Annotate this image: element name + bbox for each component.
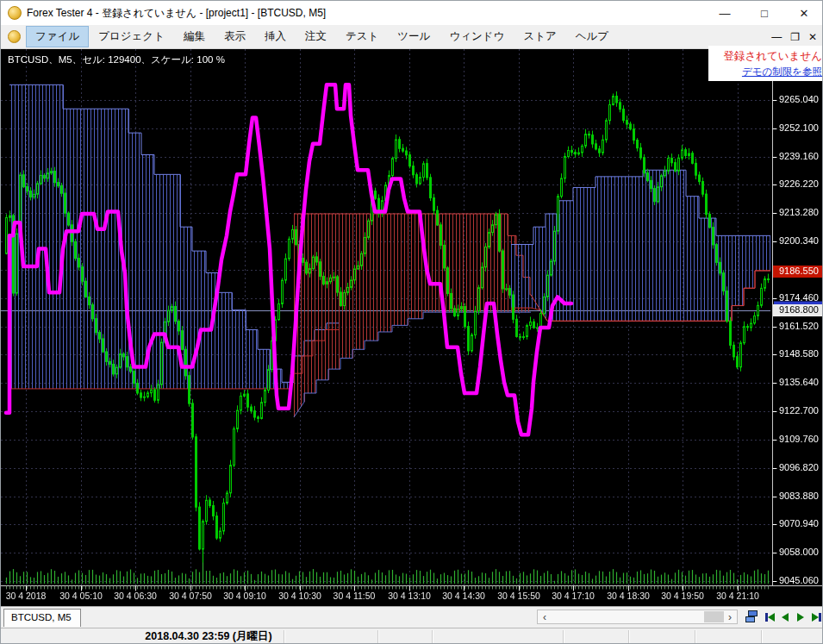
not-registered-label: 登録されていません: [714, 48, 822, 65]
mdi-window-controls: — ❐ ✕: [771, 31, 823, 43]
window-controls: — □ ✕: [705, 1, 823, 25]
status-divider: [695, 630, 696, 644]
status-divider: [628, 630, 630, 644]
go-to-start-button[interactable]: [763, 610, 776, 625]
tile-windows-icon[interactable]: [745, 610, 760, 625]
horizontal-scrollbar[interactable]: ‹ ›: [537, 610, 738, 624]
app-logo-icon: [8, 6, 22, 20]
menubar-app-icon: [8, 30, 21, 43]
step-back-button[interactable]: [778, 610, 792, 625]
menu-表示[interactable]: 表示: [215, 26, 255, 47]
status-divider: [563, 630, 564, 644]
scroll-left-arrow[interactable]: ‹: [538, 610, 552, 623]
menu-ファイル[interactable]: ファイル: [26, 26, 89, 47]
menu-注文[interactable]: 注文: [296, 26, 336, 47]
price-chart-canvas[interactable]: [1, 49, 823, 606]
mdi-minimize-button[interactable]: —: [771, 31, 782, 43]
go-to-end-button[interactable]: [809, 610, 823, 625]
menu-ウィンドウ[interactable]: ウィンドウ: [440, 26, 514, 47]
status-divider: [432, 630, 433, 644]
menu-ヘルプ[interactable]: ヘルプ: [566, 26, 618, 47]
chart-info-label: BTCUSD、M5、セル: 129400、スケール: 100 %: [8, 53, 225, 66]
scroll-right-arrow[interactable]: ›: [723, 610, 737, 623]
menu-プロジェクト[interactable]: プロジェクト: [89, 26, 174, 47]
step-forward-button[interactable]: [794, 610, 807, 625]
current-datetime-label: 2018.04.30 23:59 (月曜日): [139, 629, 278, 644]
menu-挿入[interactable]: 挿入: [255, 26, 296, 47]
scrollbar-thumb[interactable]: [704, 611, 724, 622]
tab-btcusd-m5[interactable]: BTCUSD, M5: [3, 609, 81, 627]
tile-window-glyph: [745, 616, 755, 622]
minimize-button[interactable]: —: [705, 1, 745, 25]
mdi-restore-button[interactable]: ❐: [790, 31, 800, 43]
title-bar: Forex Tester 4 - 登録されていません - [project1] …: [1, 1, 823, 25]
status-bar: 2018.04.30 23:59 (月曜日): [1, 628, 823, 644]
status-divider: [377, 630, 379, 644]
menu-編集[interactable]: 編集: [174, 26, 215, 47]
menu-ツール[interactable]: ツール: [388, 26, 440, 47]
chart-tab-bar: BTCUSD, M5 ‹ ›: [1, 606, 823, 628]
demo-limits-link[interactable]: デモの制限を参照: [714, 65, 822, 79]
window-title: Forex Tester 4 - 登録されていません - [project1] …: [27, 6, 326, 21]
status-divider: [761, 630, 763, 644]
mdi-close-button[interactable]: ✕: [808, 31, 817, 43]
menu-ストア[interactable]: ストア: [514, 26, 565, 47]
menu-bar: ファイルプロジェクト編集表示挿入注文テストツールウィンドウストアヘルプ — ❐ …: [1, 25, 823, 49]
close-button[interactable]: ✕: [784, 1, 823, 25]
menu-items: ファイルプロジェクト編集表示挿入注文テストツールウィンドウストアヘルプ: [26, 26, 618, 47]
status-divider: [284, 630, 285, 644]
chart-window: BTCUSD、M5、セル: 129400、スケール: 100 % 登録されていま…: [1, 49, 823, 606]
registration-notice: 登録されていません デモの制限を参照: [708, 46, 823, 81]
chart-nav-buttons: [763, 610, 823, 625]
maximize-button[interactable]: □: [745, 1, 784, 25]
menu-テスト[interactable]: テスト: [336, 26, 388, 47]
tile-window-glyph: [748, 610, 758, 616]
